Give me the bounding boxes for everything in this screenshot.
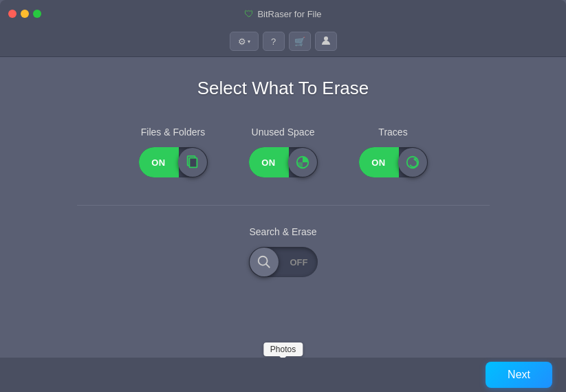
next-button[interactable]: Next <box>486 362 552 388</box>
option-unused-space: Unused Space ON <box>249 127 318 177</box>
traffic-lights <box>8 10 41 18</box>
files-folders-on-label: ON <box>139 147 179 177</box>
chevron-down-icon: ▾ <box>248 39 250 45</box>
settings-button[interactable]: ⚙ ▾ <box>230 32 259 51</box>
app-title: 🛡 BitRaser for File <box>244 8 321 19</box>
unused-space-knob <box>288 148 317 177</box>
cart-icon: 🛒 <box>294 36 305 47</box>
options-row: Files & Folders ON Unused Space ON <box>139 127 428 177</box>
svg-line-6 <box>265 264 270 268</box>
help-button[interactable]: ? <box>263 32 285 51</box>
svg-rect-2 <box>189 158 197 168</box>
unused-space-toggle[interactable]: ON <box>249 147 318 177</box>
app-icon: 🛡 <box>244 8 254 19</box>
unused-space-on-label: ON <box>249 147 289 177</box>
main-content: Select What To Erase Files & Folders ON … <box>0 57 566 291</box>
help-icon: ? <box>271 36 276 47</box>
search-erase-section: Search & Erase OFF <box>249 226 318 277</box>
files-folders-toggle[interactable]: ON <box>139 147 208 177</box>
account-icon <box>320 35 331 48</box>
files-folders-label: Files & Folders <box>141 127 205 138</box>
maximize-button[interactable] <box>33 10 41 18</box>
search-erase-knob <box>250 248 279 276</box>
search-erase-off-label: OFF <box>290 257 308 268</box>
svg-point-5 <box>258 257 267 265</box>
bottom-bar: Next <box>0 358 566 392</box>
svg-point-0 <box>324 36 328 41</box>
app-name-label: BitRaser for File <box>257 9 321 19</box>
option-traces: Traces ON <box>359 127 428 177</box>
search-erase-toggle[interactable]: OFF <box>249 247 318 277</box>
search-erase-label: Search & Erase <box>249 226 316 237</box>
title-bar: 🛡 BitRaser for File <box>0 0 566 28</box>
account-button[interactable] <box>315 32 337 51</box>
traces-toggle[interactable]: ON <box>359 147 428 177</box>
cart-button[interactable]: 🛒 <box>289 32 311 51</box>
unused-space-label: Unused Space <box>252 127 315 138</box>
minimize-button[interactable] <box>21 10 29 18</box>
toolbar: ⚙ ▾ ? 🛒 <box>0 28 566 57</box>
option-files-folders: Files & Folders ON <box>139 127 208 177</box>
page-title: Select What To Erase <box>197 78 369 99</box>
traces-label: Traces <box>378 127 407 138</box>
close-button[interactable] <box>8 10 17 18</box>
gear-icon: ⚙ <box>238 36 246 47</box>
section-divider <box>77 205 490 206</box>
photos-tooltip: Photos <box>263 342 303 356</box>
traces-knob <box>398 148 427 177</box>
files-folders-knob <box>178 148 207 177</box>
traces-on-label: ON <box>359 147 399 177</box>
